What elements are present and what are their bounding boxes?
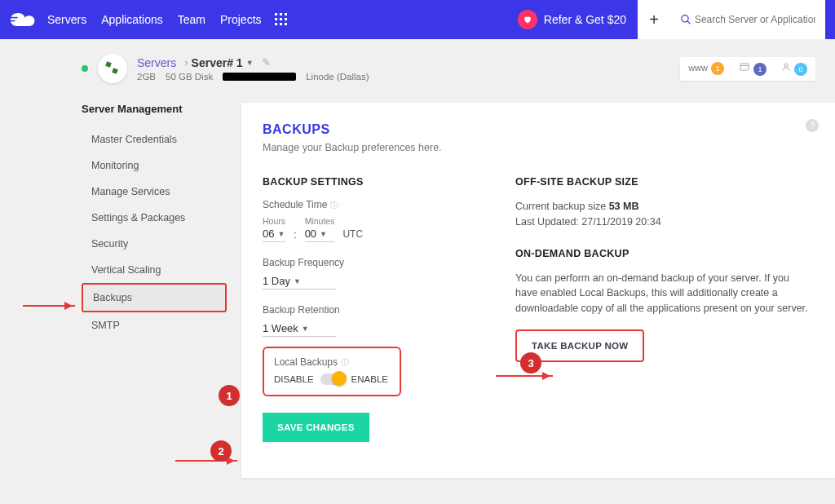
local-backups-toggle[interactable] [320,374,345,385]
svg-point-17 [784,64,788,67]
svg-rect-7 [285,18,287,20]
sidebar: Server Management Master Credentials Mon… [82,103,227,478]
nav-projects[interactable]: Projects [220,13,262,26]
sidebar-item-backups[interactable]: Backups [82,283,227,312]
info-icon[interactable]: ⓘ [341,358,349,367]
last-updated: Last Updated: 27/11/2019 20:34 [515,216,661,228]
search-icon [680,13,691,26]
svg-rect-10 [285,23,287,25]
server-dropdown-icon[interactable]: ▼ [246,59,254,67]
ondemand-description: You can perform an on-demand backup of y… [515,271,814,316]
nav-applications[interactable]: Applications [101,13,163,26]
local-backups-box: Local Backupsⓘ DISABLE ENABLE [263,347,401,396]
svg-rect-4 [285,13,287,15]
header-badges: www1 1 0 [680,57,815,81]
sidebar-item-smtp[interactable]: SMTP [82,312,227,338]
local-backups-label: Local Backups [274,356,338,368]
www-badge[interactable]: www1 [688,62,724,75]
refer-button[interactable]: Refer & Get $20 [518,10,626,29]
nav-servers[interactable]: Servers [47,13,86,26]
backup-frequency-label: Backup Frequency [263,257,475,268]
info-icon[interactable]: ⓘ [330,201,338,210]
minutes-select[interactable]: 00▼ [305,226,335,242]
server-disk: 50 GB Disk [166,72,213,82]
page-title: BACKUPS [263,122,814,137]
svg-rect-6 [280,18,282,20]
server-name[interactable]: Server# 1 [192,56,243,69]
enable-label: ENABLE [351,374,388,384]
refer-label: Refer & Get $20 [544,13,626,26]
server-ram: 2GB [137,72,156,82]
backup-retention-label: Backup Retention [263,304,475,316]
current-size-value: 53 MB [609,201,639,212]
breadcrumb-servers[interactable]: Servers [137,56,176,69]
save-changes-button[interactable]: SAVE CHANGES [263,413,369,442]
breadcrumb-separator: › [184,56,188,69]
redacted-ip [223,73,296,81]
server-provider: Linode (Dallas) [306,72,369,82]
sidebar-title: Server Management [82,103,227,115]
logo-icon [10,10,36,29]
backup-frequency-select[interactable]: 1 Day▼ [263,273,336,290]
search-box[interactable] [670,0,825,39]
offsite-heading: OFF-SITE BACKUP SIZE [515,176,814,188]
svg-rect-2 [275,13,277,15]
window-icon [739,62,750,72]
sidebar-item-vertical-scaling[interactable]: Vertical Scaling [82,257,227,283]
add-button[interactable]: + [638,0,670,39]
sidebar-item-monitoring[interactable]: Monitoring [82,153,227,179]
svg-rect-5 [275,18,277,20]
sidebar-item-master-credentials[interactable]: Master Credentials [82,126,227,153]
nav-links: Servers Applications Team Projects [47,13,262,26]
minutes-label: Minutes [305,216,335,226]
svg-line-12 [687,21,691,24]
user-icon [781,62,791,72]
sidebar-item-manage-services[interactable]: Manage Services [82,179,227,205]
user-badge[interactable]: 0 [781,62,807,76]
sidebar-item-settings-packages[interactable]: Settings & Packages [82,205,227,231]
timezone-label: UTC [342,228,363,242]
app-badge[interactable]: 1 [739,62,767,76]
edit-icon[interactable]: ✎ [262,56,271,69]
ondemand-heading: ON-DEMAND BACKUP [515,248,814,259]
heart-icon [518,10,537,29]
backup-settings-heading: BACKUP SETTINGS [263,176,475,188]
top-nav: Servers Applications Team Projects Refer… [0,0,835,39]
current-size-label: Current backup size [515,201,606,212]
sidebar-item-security[interactable]: Security [82,231,227,257]
search-input[interactable] [695,14,815,25]
svg-rect-8 [275,23,277,25]
status-dot-icon [82,65,88,72]
help-icon[interactable]: ? [806,119,819,132]
svg-rect-1 [10,20,15,22]
server-avatar-icon [98,54,127,83]
server-header: Servers › Server# 1 ▼ ✎ 2GB 50 GB Disk L… [0,39,835,91]
schedule-time-label: Schedule Time [263,199,327,210]
apps-grid-icon[interactable] [275,13,288,26]
svg-rect-14 [112,68,118,74]
take-backup-now-button[interactable]: TAKE BACKUP NOW [515,329,644,362]
disable-label: DISABLE [274,374,314,384]
nav-team[interactable]: Team [178,13,205,26]
svg-rect-3 [280,13,282,15]
page-subtitle: Manage your Backup preferences here. [263,142,814,153]
hours-label: Hours [263,216,285,226]
svg-rect-0 [10,17,18,19]
svg-point-11 [682,15,688,22]
content-panel: ? BACKUPS Manage your Backup preferences… [241,103,835,478]
hours-select[interactable]: 06▼ [263,226,285,242]
svg-rect-15 [740,64,749,70]
svg-rect-9 [280,23,282,25]
svg-rect-13 [105,61,112,68]
backup-retention-select[interactable]: 1 Week▼ [263,321,336,337]
